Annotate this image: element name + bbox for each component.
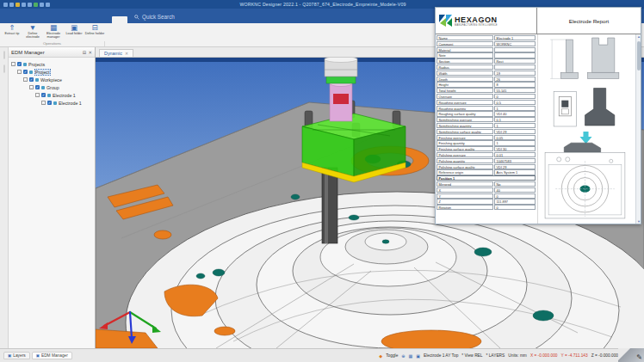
report-row-label: Note <box>437 52 493 58</box>
tree-item[interactable]: - ✓ Projects <box>9 60 94 68</box>
ribbon-tab[interactable] <box>112 16 127 23</box>
expander-icon[interactable]: - <box>17 70 22 74</box>
view-cube-icon[interactable]: ⊕ <box>401 353 405 359</box>
quick-access-icon[interactable] <box>34 3 38 7</box>
pencil-icon: ✎ <box>636 353 642 361</box>
scroll-down-icon[interactable]: ▼ <box>636 219 641 224</box>
quick-access-icon[interactable] <box>46 3 50 7</box>
close-icon[interactable]: ✕ <box>88 50 92 55</box>
expander-icon[interactable]: - <box>41 101 46 105</box>
checkbox-checked-icon[interactable]: ✓ <box>23 70 28 74</box>
quick-access-icon[interactable] <box>22 3 26 7</box>
node-icon <box>41 86 45 89</box>
grid-icon[interactable]: ▦ <box>409 353 413 359</box>
report-row-label: Width <box>437 71 493 76</box>
electrode-view-front <box>588 38 619 78</box>
quick-access-icon[interactable] <box>3 3 8 7</box>
checkbox-checked-icon[interactable]: ✓ <box>41 93 46 97</box>
report-row-value: Axis System 1 <box>494 169 536 175</box>
down-arrow-icon <box>579 132 591 144</box>
quick-access-icon[interactable] <box>15 3 20 7</box>
report-header: HEXAGON MANUFACTURING INTELLIGENCE Elect… <box>436 8 641 34</box>
scrollbar-thumb[interactable] <box>637 41 641 71</box>
ribbon-tab[interactable] <box>81 16 96 23</box>
ribbon-button[interactable]: ▣ Load folder <box>64 24 84 41</box>
ribbon-tab[interactable] <box>65 16 81 23</box>
report-table-row: Finishing oversize 0.05 <box>437 135 536 140</box>
checkbox-checked-icon[interactable]: ✓ <box>17 62 22 66</box>
report-scrollbar[interactable]: ▲ ▼ <box>635 34 641 224</box>
expander-icon[interactable]: - <box>23 77 28 82</box>
electrode-detail-drawing <box>554 92 576 126</box>
report-table-row: Material <box>437 47 536 52</box>
report-row-value: 1 <box>494 140 536 145</box>
checkbox-checked-icon[interactable]: ✓ <box>29 77 34 82</box>
left-rail <box>0 47 9 348</box>
quick-access-icon[interactable] <box>40 3 44 7</box>
checkbox-checked-icon[interactable]: ✓ <box>47 101 52 105</box>
tab-close-icon[interactable]: ✕ <box>125 51 128 56</box>
tree-item[interactable]: - ✓ Electrode 1 <box>9 91 94 99</box>
ribbon-button[interactable]: ⇑ Extract tip <box>2 24 22 41</box>
ribbon-group-label: Operations <box>0 41 105 46</box>
report-row-label: Rotation <box>437 205 493 210</box>
report-table-row: Polishing surface quality VDI 29 <box>437 164 536 169</box>
ribbon-button-label: Load folder <box>66 32 83 35</box>
panel-tab-label: Layers <box>13 353 25 358</box>
tree-item[interactable]: - ✓ Workpiece <box>9 76 94 83</box>
report-row-label: Finishing surface quality <box>437 146 493 151</box>
checkbox-checked-icon[interactable]: ✓ <box>35 85 40 89</box>
search-icon <box>134 15 139 20</box>
report-table-row: Radius <box>437 64 536 70</box>
ribbon-button-icon: ▦ <box>50 24 57 32</box>
toggle-icon[interactable]: ◆ <box>379 353 382 359</box>
report-table-row: Polishing quantity 10467583 <box>437 158 536 163</box>
scroll-up-icon[interactable]: ▲ <box>636 34 641 39</box>
quick-access-toolbar[interactable] <box>0 3 53 7</box>
rail-tab[interactable] <box>3 51 5 59</box>
tree-item[interactable]: - ✓ Group <box>9 83 94 91</box>
tree-item-label: Electrode 1 <box>59 101 82 106</box>
corner-note-widget[interactable]: ✎ <box>618 348 644 362</box>
tree-item-label: Projects <box>28 62 45 67</box>
tree-item[interactable]: - ✓ Project <box>9 68 94 76</box>
ribbon-button[interactable]: ⊟ Define holder <box>84 24 105 41</box>
report-table-row: Oversize 0 <box>437 94 536 99</box>
panel-tab[interactable]: ▣ EDM Manager <box>32 352 72 359</box>
report-row-label: Comment <box>437 41 493 46</box>
report-row-label: Material <box>437 47 493 52</box>
node-icon <box>35 78 39 82</box>
ribbon-tab[interactable] <box>3 16 19 23</box>
report-table-row: Height 8 <box>437 82 536 87</box>
electrode-report-panel: HEXAGON MANUFACTURING INTELLIGENCE Elect… <box>435 7 641 224</box>
ribbon-button[interactable]: ▦ Electrode manager <box>43 24 64 41</box>
status-toggle-label[interactable]: Toggle <box>386 353 398 358</box>
panel-tab[interactable]: ▣ Layers <box>3 352 30 359</box>
ribbon-tab[interactable] <box>34 16 50 23</box>
tree-item[interactable]: - ✓ Electrode 1 <box>9 99 94 107</box>
expander-icon[interactable]: - <box>29 85 34 89</box>
ribbon-tab[interactable] <box>50 16 65 23</box>
quick-access-icon[interactable] <box>9 3 14 7</box>
rail-tab[interactable] <box>3 64 5 73</box>
quick-access-icon[interactable] <box>28 3 32 7</box>
ribbon-button-label: Define electrode <box>22 32 43 39</box>
ribbon-tab[interactable] <box>19 16 34 23</box>
quick-search[interactable]: Quick Search <box>127 10 182 23</box>
tree-item-label: Electrode 1 <box>53 93 76 98</box>
viewport-tab-dynamic[interactable]: Dynamic ✕ <box>99 49 133 57</box>
report-row-value <box>494 64 536 70</box>
report-row-label: Roughing quantity <box>437 106 493 111</box>
ribbon-button[interactable]: ▼ Define electrode <box>22 24 43 41</box>
expander-icon[interactable]: - <box>35 93 40 97</box>
pin-icon[interactable]: ⊟ <box>83 50 87 55</box>
report-row-value: VDI 29 <box>494 164 536 169</box>
report-table: Name Electrode 1 Comment WORKNC Material… <box>436 34 538 224</box>
ribbon-tab[interactable] <box>96 16 112 23</box>
status-coord-z: Z = -0.000.000 <box>591 353 618 358</box>
report-table-row: Reference origin Axis System 1 <box>437 169 536 175</box>
expander-icon[interactable]: - <box>11 62 15 66</box>
layers-icon[interactable]: ▣ <box>416 353 420 359</box>
report-row-label: Radius <box>437 64 493 70</box>
report-row-label: Semifinishing oversize <box>437 117 493 122</box>
